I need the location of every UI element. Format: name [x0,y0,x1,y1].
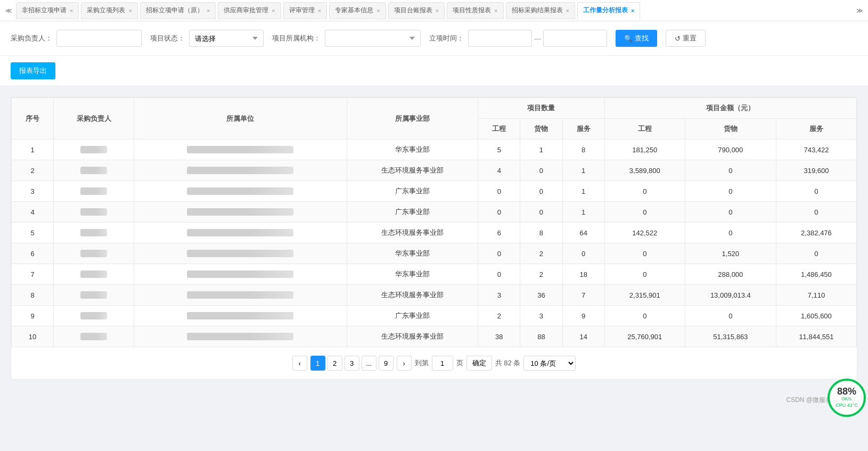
tab-close[interactable]: × [318,7,321,14]
th-seq: 序号 [12,98,54,140]
project-status-select[interactable]: 请选择 [189,30,264,47]
cell-seq: 8 [12,285,54,306]
th-dept: 所属事业部 [347,98,478,140]
cell-service-amount: 319,600 [776,160,856,181]
main-content: 序号 采购负责人 所属单位 所属事业部 项目数量 项目金额（元） 工程 货物 服… [0,86,868,390]
cell-person [54,326,134,347]
cell-eng-count: 6 [478,223,520,243]
tab-bar: ≪ 非招标立项申请×采购立项列表×招标立项申请（原）×供应商审批管理×评审管理×… [0,0,868,21]
org-label: 项目所属机构： [272,34,321,43]
cell-service-amount: 0 [776,243,856,264]
page-next[interactable]: › [397,356,412,371]
per-page-select[interactable]: 10 条/页 [523,356,576,371]
tab-item-5[interactable]: 专家基本信息× [329,2,386,19]
th-amount-service: 服务 [776,119,856,140]
tab-label: 招标采购结果报表 [512,6,563,15]
page-btn-3[interactable]: 3 [345,356,359,371]
th-amount-goods: 货物 [685,119,776,140]
table-row: 4 广东事业部 0 0 1 0 0 0 [12,202,857,223]
cell-goods-amount: 13,009,013.4 [685,285,776,306]
cell-service-count: 9 [562,306,604,326]
tab-label: 供应商审批管理 [224,6,268,15]
cell-eng-amount: 181,250 [604,140,685,160]
cell-goods-amount: 0 [685,202,776,223]
page-ellipsis: ... [362,356,376,371]
table-row: 5 生态环境服务事业部 6 8 64 142,522 0 2,382,476 [12,223,857,243]
cell-person [54,181,134,202]
tab-close[interactable]: × [207,7,210,14]
date-end-input[interactable] [543,30,607,47]
tab-scroll-left[interactable]: ≪ [2,0,15,21]
cell-service-amount: 0 [776,202,856,223]
org-select[interactable] [325,30,421,47]
cell-service-amount: 0 [776,181,856,202]
tab-item-2[interactable]: 招标立项申请（原）× [140,2,216,19]
page-prev[interactable]: ‹ [292,356,307,371]
th-project-amount: 项目金额（元） [604,98,856,119]
date-sep: — [534,35,541,43]
tab-close[interactable]: × [376,7,380,14]
action-bar: 报表导出 [0,56,868,86]
tab-item-0[interactable]: 非招标立项申请× [16,2,79,19]
tab-close[interactable]: × [272,7,275,14]
cell-service-amount: 7,110 [776,285,856,306]
tab-item-8[interactable]: 招标采购结果报表× [506,2,575,19]
cell-goods-count: 36 [520,285,562,306]
cell-goods-amount: 0 [685,181,776,202]
cell-eng-count: 0 [478,243,520,264]
page-btn-1[interactable]: 1 [310,356,325,371]
cell-unit [134,160,347,181]
tab-close[interactable]: × [566,7,569,14]
purchase-person-input[interactable] [56,30,142,47]
cpu-ring[interactable]: 88% 0K/s CPU 41°C [828,379,866,410]
tab-close[interactable]: × [436,7,439,14]
search-button[interactable]: 🔍 查找 [616,30,657,47]
tab-item-1[interactable]: 采购立项列表× [81,2,137,19]
cell-seq: 4 [12,202,54,223]
date-start-input[interactable] [468,30,532,47]
tab-item-3[interactable]: 供应商审批管理× [218,2,281,19]
tab-item-7[interactable]: 项目性质报表× [447,2,503,19]
cell-eng-count: 4 [478,160,520,181]
tab-item-6[interactable]: 项目台账报表× [388,2,445,19]
cell-dept: 生态环境服务事业部 [347,160,478,181]
cell-service-count: 8 [562,140,604,160]
cell-goods-count: 0 [520,160,562,181]
cell-goods-count: 8 [520,223,562,243]
goto-confirm[interactable]: 确定 [466,356,492,371]
table-row: 1 华东事业部 5 1 8 181,250 790,000 743,422 [12,140,857,160]
cell-goods-count: 2 [520,264,562,285]
cell-goods-amount: 51,315,863 [685,326,776,347]
cell-unit [134,181,347,202]
cell-unit [134,140,347,160]
export-button[interactable]: 报表导出 [11,62,55,79]
cell-goods-count: 3 [520,306,562,326]
tab-label: 采购立项列表 [87,6,125,15]
tab-close[interactable]: × [70,7,73,14]
tab-item-9[interactable]: 工作量分析报表× [577,2,640,19]
reset-icon: ↺ [675,35,681,43]
cell-service-count: 1 [562,202,604,223]
cell-eng-count: 0 [478,202,520,223]
cell-goods-amount: 288,000 [685,264,776,285]
tab-close[interactable]: × [128,7,132,14]
cell-goods-amount: 0 [685,223,776,243]
cell-eng-amount: 142,522 [604,223,685,243]
cell-unit [134,223,347,243]
cell-service-count: 64 [562,223,604,243]
tab-scroll-right[interactable]: ≫ [853,0,866,21]
tab-close[interactable]: × [631,7,634,14]
table-row: 8 生态环境服务事业部 3 36 7 2,315,901 13,009,013.… [12,285,857,306]
reset-button[interactable]: ↺ 重置 [666,30,706,47]
tab-item-4[interactable]: 评审管理× [283,2,327,19]
cell-seq: 10 [12,326,54,347]
page-btn-2[interactable]: 2 [327,356,342,371]
page-btn-9[interactable]: 9 [379,356,394,371]
cell-dept: 生态环境服务事业部 [347,223,478,243]
cell-goods-amount: 0 [685,160,776,181]
tab-label: 工作量分析报表 [583,6,628,15]
cell-eng-count: 2 [478,306,520,326]
tab-close[interactable]: × [494,7,497,14]
cell-seq: 6 [12,243,54,264]
goto-input[interactable] [432,356,453,371]
